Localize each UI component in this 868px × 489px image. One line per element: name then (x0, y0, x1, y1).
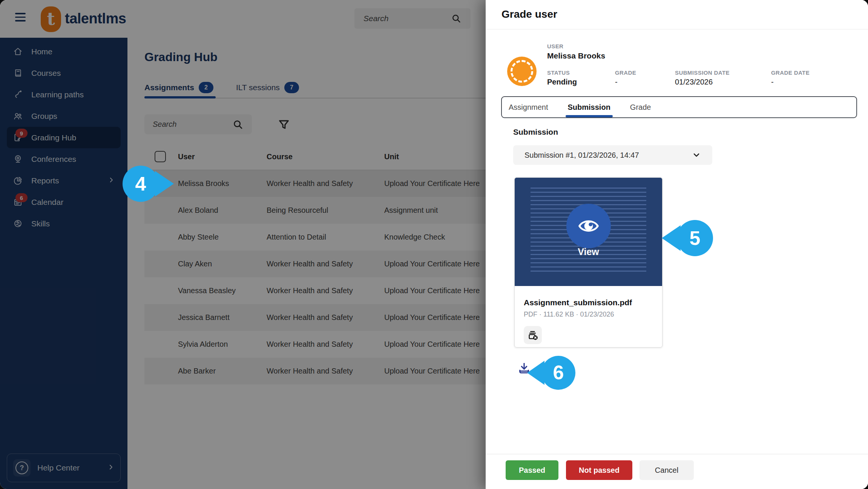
tab-submission[interactable]: Submission (568, 97, 610, 117)
annotation-step-6: 6 (527, 355, 575, 390)
tab-label: Grade (630, 103, 651, 112)
user-name: Melissa Brooks (547, 51, 605, 60)
cancel-button[interactable]: Cancel (639, 460, 694, 480)
divider (486, 29, 868, 29)
status-value: Pending (547, 78, 577, 86)
svg-text:6: 6 (553, 361, 564, 383)
not-passed-button[interactable]: Not passed (566, 460, 632, 480)
divider (486, 454, 868, 454)
file-info: Assignment_submission.pdf PDF · 111.62 K… (515, 286, 662, 344)
panel-title: Grade user (501, 8, 557, 20)
submission-select[interactable]: Submission #1, 01/23/2026, 14:47 (513, 145, 712, 165)
submission-section-title: Submission (513, 128, 558, 137)
chevron-down-icon (692, 151, 701, 160)
grade-label: GRADE (615, 69, 636, 76)
file-name: Assignment_submission.pdf (524, 298, 653, 307)
talentlms-app: t talentlms Search Home Courses (0, 0, 868, 489)
tab-assignment[interactable]: Assignment (509, 97, 548, 117)
avatar (507, 57, 537, 86)
annotation-step-5: 5 (662, 220, 713, 257)
delete-file-button[interactable] (524, 326, 542, 344)
eye-icon (577, 214, 600, 238)
passed-button[interactable]: Passed (506, 460, 558, 480)
grade-date-label: GRADE DATE (771, 69, 810, 76)
submission-file-card: View Assignment_submission.pdf PDF · 111… (514, 177, 663, 348)
tab-grade[interactable]: Grade (630, 97, 651, 117)
grade-value: - (615, 78, 618, 86)
submission-date-label: SUBMISSION DATE (675, 69, 730, 76)
file-meta: PDF · 111.62 KB · 01/23/2026 (524, 311, 653, 318)
tab-label: Assignment (509, 103, 548, 112)
submission-date-value: 01/23/2026 (675, 78, 713, 86)
grade-date-value: - (771, 78, 774, 86)
annotation-step-4: 4 (123, 165, 174, 202)
status-label: STATUS (547, 69, 570, 76)
file-preview-thumbnail[interactable]: View (515, 178, 662, 286)
delete-file-icon (527, 329, 538, 341)
view-button[interactable] (566, 204, 611, 248)
panel-tabs: Assignment Submission Grade (501, 96, 857, 118)
tab-label: Submission (568, 103, 610, 112)
modal-dim-overlay (0, 0, 486, 489)
user-label: USER (547, 43, 563, 49)
submission-select-value: Submission #1, 01/23/2026, 14:47 (524, 151, 692, 160)
svg-text:4: 4 (135, 173, 146, 195)
view-label: View (515, 246, 662, 257)
svg-text:5: 5 (690, 227, 701, 249)
